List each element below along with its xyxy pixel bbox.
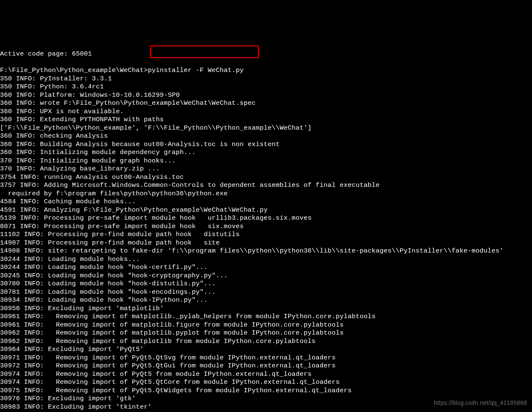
terminal-line: 30934 INFO: Loading module hook "hook-IP… <box>0 296 532 305</box>
terminal-line: 30972 INFO: Removing import of PyQt5.QtG… <box>0 362 532 370</box>
terminal-line: 30974 INFO: Removing import of PyQt5 fro… <box>0 370 532 379</box>
terminal-line: Active code page: 65001 <box>0 50 532 58</box>
terminal-line: 3757 INFO: Adding Microsoft.Windows.Comm… <box>0 181 532 190</box>
terminal-line: 11102 INFO: Processing pre-find module p… <box>0 231 532 239</box>
terminal-line: 30961 INFO: Removing import of matplotli… <box>0 313 532 321</box>
terminal-line: 30781 INFO: Loading module hook "hook-en… <box>0 288 532 297</box>
watermark-text: https://blog.csdn.net/qq_41185868 <box>434 399 527 407</box>
terminal-line: 360 INFO: Building Analysis because out0… <box>0 141 532 149</box>
terminal-line: ['F:\\File_Python\\Python_example', 'F:\… <box>0 124 532 133</box>
terminal-line: F:\File_Python\Python_example\WeChat>pyi… <box>0 66 532 75</box>
terminal-line: 30962 INFO: Removing import of matplotli… <box>0 329 532 338</box>
terminal-line: 360 INFO: Platform: Windows-10-10.0.1629… <box>0 91 532 100</box>
terminal-line: 30245 INFO: Loading module hook "hook-cr… <box>0 272 532 280</box>
terminal-line: 370 INFO: Analyzing base_library.zip ... <box>0 165 532 173</box>
terminal-line: 30975 INFO: Removing import of PyQt5.QtW… <box>0 387 532 395</box>
terminal-line: 5139 INFO: Processing pre-safe import mo… <box>0 214 532 223</box>
terminal-line: 360 INFO: Extending PYTHONPATH with path… <box>0 116 532 124</box>
terminal-line: 4591 INFO: Analyzing F:\File_Python\Pyth… <box>0 206 532 215</box>
terminal-line: 360 INFO: UPX is not available. <box>0 108 532 116</box>
terminal-line: 30956 INFO: Excluding import 'matplotlib… <box>0 305 532 313</box>
terminal-line: 30962 INFO: Removing import of matplotli… <box>0 338 532 346</box>
terminal-line: 14907 INFO: Processing pre-find module p… <box>0 239 532 247</box>
terminal-line: 14908 INFO: site: retargeting to fake-di… <box>0 247 532 255</box>
terminal-line: 370 INFO: Initializing module graph hook… <box>0 157 532 165</box>
terminal-line: 8071 INFO: Processing pre-safe import mo… <box>0 223 532 231</box>
terminal-line: 30961 INFO: Removing import of matplotli… <box>0 321 532 330</box>
terminal-line: 360 INFO: checking Analysis <box>0 132 532 141</box>
terminal-line: 360 INFO: wrote F:\File_Python\Python_ex… <box>0 99 532 108</box>
terminal-line: 30964 INFO: Excluding import 'PyQt5' <box>0 346 532 354</box>
terminal-line <box>0 58 532 67</box>
terminal-line: 30780 INFO: Loading module hook "hook-di… <box>0 280 532 288</box>
terminal-line: 30244 INFO: Loading module hook "hook-ce… <box>0 263 532 272</box>
terminal-line: 4584 INFO: Caching module hooks... <box>0 198 532 206</box>
terminal-line: 30971 INFO: Removing import of PyQt5.QtS… <box>0 354 532 362</box>
terminal-line: 360 INFO: Initializing module dependency… <box>0 149 532 157</box>
terminal-line: 30974 INFO: Removing import of PyQt5.QtC… <box>0 378 532 387</box>
terminal-line: 350 INFO: PyInstaller: 3.3.1 <box>0 75 532 83</box>
terminal-line: 350 INFO: Python: 3.6.4rc1 <box>0 83 532 91</box>
terminal-line: 3754 INFO: running Analysis out00-Analys… <box>0 173 532 182</box>
terminal-line: 30244 INFO: Loading module hooks... <box>0 255 532 264</box>
terminal-line: required by f:\program files\python\pyth… <box>0 190 532 198</box>
terminal-output[interactable]: Active code page: 65001 F:\File_Python\P… <box>0 34 532 412</box>
